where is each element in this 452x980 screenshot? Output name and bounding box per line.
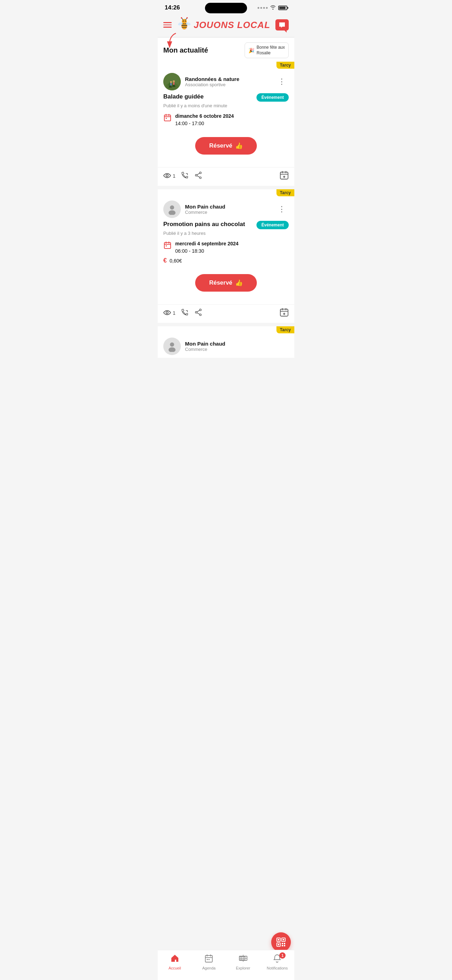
reserve-btn-container-1: Réservé 👍 — [163, 132, 289, 159]
arrow-indicator — [166, 32, 180, 51]
post-body-2: Promotion pains au chocolat Événement Pu… — [158, 221, 294, 304]
event-badge-1: Événement — [256, 93, 289, 102]
svg-point-28 — [195, 174, 197, 176]
add-calendar-button-1[interactable] — [280, 170, 289, 181]
svg-rect-20 — [170, 83, 172, 86]
reserve-btn-container-2: Réservé 👍 — [163, 269, 289, 296]
nav-accueil-label: Accueil — [169, 966, 181, 970]
svg-rect-52 — [207, 959, 208, 960]
post-header-2: Mon Pain chaud Commerce ⋮ — [158, 196, 294, 221]
nav-explorer[interactable]: Explorer — [232, 954, 254, 970]
svg-point-40 — [169, 347, 175, 352]
post-published-1: Publié il y a moins d'une minute — [163, 103, 289, 108]
main-content: Mon actualité 🎉 Bonne fête auxRosalie Ta… — [158, 38, 294, 396]
svg-rect-24 — [166, 118, 167, 119]
nav-notifications[interactable]: 1 Notifications — [267, 954, 288, 970]
thumb-icon-1: 👍 — [235, 142, 243, 150]
post-title-2: Promotion pains au chocolat — [163, 221, 245, 228]
party-icon: 🎉 — [248, 48, 255, 53]
bottom-nav: Accueil Agenda Explorer — [158, 950, 294, 980]
date-info-1: dimanche 6 octobre 2024 14:00 - 17:00 — [175, 113, 234, 127]
nav-agenda[interactable]: Agenda — [198, 954, 220, 970]
post-card-3: Tarcy Mon Pain chaud Commerce — [158, 326, 294, 358]
battery-icon — [278, 6, 287, 10]
birthday-text: Bonne fête auxRosalie — [256, 45, 285, 56]
status-icons — [258, 5, 287, 11]
thumb-icon-2: 👍 — [235, 279, 243, 287]
author-name-3: Mon Pain chaud — [185, 341, 225, 347]
contact-button-1[interactable] — [181, 172, 189, 181]
location-row-1: Tarcy — [158, 62, 294, 69]
avatar-3 — [163, 337, 181, 355]
share-button-2[interactable] — [194, 309, 202, 318]
explorer-icon — [239, 954, 248, 965]
svg-point-7 — [181, 17, 182, 19]
share-button-1[interactable] — [194, 172, 202, 181]
reserve-button-2[interactable]: Réservé 👍 — [195, 274, 257, 292]
reserve-label-1: Réservé — [209, 142, 232, 149]
menu-line-2 — [163, 24, 172, 25]
svg-rect-23 — [164, 115, 170, 121]
author-info-2: Mon Pain chaud Commerce — [185, 204, 225, 215]
svg-point-26 — [199, 172, 201, 173]
views-button-1[interactable]: 1 — [163, 172, 175, 180]
location-row-2: Tarcy — [158, 189, 294, 196]
svg-rect-33 — [166, 245, 167, 247]
reserve-button-1[interactable]: Réservé 👍 — [195, 137, 257, 154]
svg-rect-32 — [164, 243, 170, 248]
post-author-3: Mon Pain chaud Commerce — [163, 337, 225, 355]
svg-rect-47 — [282, 943, 283, 944]
price-row-2: € 0,60€ — [163, 257, 289, 264]
notifications-badge: 1 — [279, 952, 286, 959]
post-card-2: Tarcy Mon Pain chaud Commerce ⋮ Promotio… — [158, 189, 294, 323]
action-bar-2: 1 — [158, 304, 294, 323]
action-bar-1: 1 — [158, 167, 294, 186]
author-type-3: Commerce — [185, 347, 225, 352]
menu-icon[interactable] — [163, 22, 172, 28]
more-button-1[interactable]: ⋮ — [275, 76, 289, 88]
home-icon — [170, 954, 180, 965]
location-row-3: Tarcy — [158, 326, 294, 333]
post-author-2: Mon Pain chaud Commerce — [163, 200, 225, 218]
nav-agenda-label: Agenda — [202, 966, 215, 970]
add-calendar-button-2[interactable] — [280, 307, 289, 318]
calendar-icon-2 — [163, 241, 172, 251]
svg-rect-29 — [280, 172, 288, 179]
svg-point-19 — [170, 81, 172, 83]
location-tag-3: Tarcy — [277, 326, 294, 333]
calendar-icon-1 — [163, 113, 172, 124]
chat-button[interactable] — [275, 19, 289, 30]
agenda-icon — [204, 954, 213, 965]
post-card-1: Tarcy — [158, 62, 294, 186]
avatar-1 — [163, 73, 181, 91]
reserve-label-2: Réservé — [209, 279, 232, 286]
author-info-1: Randonnées & nature Association sportive — [185, 76, 239, 87]
views-button-2[interactable]: 1 — [163, 309, 175, 317]
svg-point-27 — [199, 177, 201, 178]
nav-accueil[interactable]: Accueil — [164, 954, 185, 970]
signal-dots — [258, 7, 268, 9]
post-header-3: Mon Pain chaud Commerce — [158, 333, 294, 358]
svg-point-30 — [170, 205, 174, 210]
svg-point-9 — [186, 17, 188, 19]
logo: JOUONS LOCAL — [177, 17, 271, 33]
birthday-badge[interactable]: 🎉 Bonne fête auxRosalie — [245, 42, 289, 58]
phone-icon-2 — [181, 309, 189, 318]
event-badge-2: Événement — [256, 221, 289, 229]
nav-notifications-label: Notifications — [267, 966, 288, 970]
svg-rect-38 — [280, 309, 288, 316]
post-date-2: mercredi 4 septembre 2024 — [175, 241, 239, 247]
contact-button-2[interactable] — [181, 309, 189, 318]
status-time: 14:26 — [165, 4, 180, 11]
euro-icon-2: € — [163, 257, 167, 264]
svg-rect-53 — [208, 959, 210, 960]
author-name-1: Randonnées & nature — [185, 76, 239, 82]
qr-fab-button[interactable] — [271, 932, 291, 952]
share-icon-2 — [194, 309, 202, 318]
svg-point-35 — [199, 309, 201, 310]
eye-icon-1 — [163, 172, 171, 180]
price-text-2: 0,60€ — [170, 258, 182, 264]
dot-1 — [258, 7, 259, 9]
more-button-2[interactable]: ⋮ — [275, 203, 289, 215]
menu-line-1 — [163, 22, 172, 23]
